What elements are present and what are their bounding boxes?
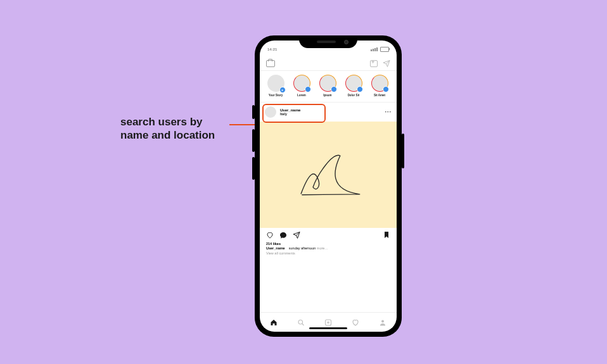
- post-image-scribble: [290, 140, 366, 210]
- app-top-bar: [260, 56, 397, 71]
- power-button: [402, 134, 404, 168]
- post-actions: [260, 228, 397, 242]
- stories-row[interactable]: +Your StoryLoremIpsumDolor SitSit Amet: [260, 71, 397, 103]
- comment-icon[interactable]: [279, 231, 287, 239]
- story-label: Ipsum: [323, 94, 331, 97]
- status-right: [371, 47, 389, 52]
- camera-icon[interactable]: [266, 60, 275, 67]
- tab-activity-icon[interactable]: [352, 318, 359, 326]
- battery-icon: [380, 47, 389, 52]
- callout-label: search users by name and location: [120, 115, 215, 142]
- send-icon[interactable]: [383, 60, 390, 67]
- story-badge: [305, 86, 311, 92]
- signal-icon: [371, 47, 378, 51]
- callout-line1: search users by: [120, 115, 215, 129]
- volume-down-button: [252, 157, 255, 180]
- speaker-slit: [317, 41, 336, 43]
- post-location[interactable]: Italy: [280, 112, 300, 116]
- story-badge: [383, 86, 389, 92]
- story-avatar[interactable]: [371, 75, 388, 92]
- story-item[interactable]: Dolor Sit: [343, 75, 364, 97]
- story-label: Sit Amet: [374, 94, 385, 97]
- tab-add-icon[interactable]: [324, 318, 332, 326]
- story-item[interactable]: Lorem: [291, 75, 312, 97]
- story-avatar[interactable]: [345, 75, 362, 92]
- story-avatar[interactable]: +: [267, 75, 284, 92]
- tab-home-icon[interactable]: [270, 318, 278, 326]
- add-story-badge: +: [279, 87, 286, 93]
- post-more-icon[interactable]: ···: [385, 109, 392, 115]
- tab-profile-icon[interactable]: [379, 318, 387, 326]
- phone-frame: 14:21 +Your StoryLoremIpsumDolor SitSit …: [255, 35, 402, 337]
- home-indicator: [309, 327, 347, 329]
- story-item[interactable]: Sit Amet: [369, 75, 390, 97]
- svg-point-2: [381, 320, 384, 322]
- story-avatar[interactable]: [319, 75, 336, 92]
- post-author-avatar[interactable]: [265, 106, 276, 118]
- front-camera: [344, 40, 348, 44]
- bookmark-icon[interactable]: [383, 231, 390, 239]
- callout-line2: name and location: [120, 129, 215, 142]
- story-label: Your Story: [269, 94, 283, 97]
- post-caption[interactable]: User_name sunday afternoon more…: [260, 246, 397, 250]
- story-label: Lorem: [297, 94, 306, 97]
- post-header[interactable]: User_name Italy ···: [260, 103, 397, 122]
- story-item[interactable]: +Your Story: [265, 75, 286, 97]
- status-time: 14:21: [267, 47, 277, 51]
- share-icon[interactable]: [293, 231, 300, 239]
- story-item[interactable]: Ipsum: [317, 75, 338, 97]
- igtv-icon[interactable]: [370, 60, 378, 67]
- phone-screen: 14:21 +Your StoryLoremIpsumDolor SitSit …: [260, 41, 397, 332]
- bottom-tab-bar: [260, 312, 397, 332]
- svg-point-0: [298, 320, 303, 324]
- view-all-comments[interactable]: View all comments: [260, 250, 397, 259]
- volume-up-button: [252, 129, 255, 152]
- story-avatar[interactable]: [293, 75, 310, 92]
- mute-switch: [252, 105, 255, 119]
- post-image[interactable]: [260, 122, 397, 228]
- story-badge: [357, 86, 363, 92]
- post-author-username[interactable]: User_name: [280, 108, 300, 113]
- like-icon[interactable]: [266, 231, 274, 239]
- story-badge: [331, 86, 337, 92]
- story-label: Dolor Sit: [348, 94, 360, 97]
- phone-notch: [299, 35, 357, 48]
- tab-search-icon[interactable]: [297, 318, 305, 326]
